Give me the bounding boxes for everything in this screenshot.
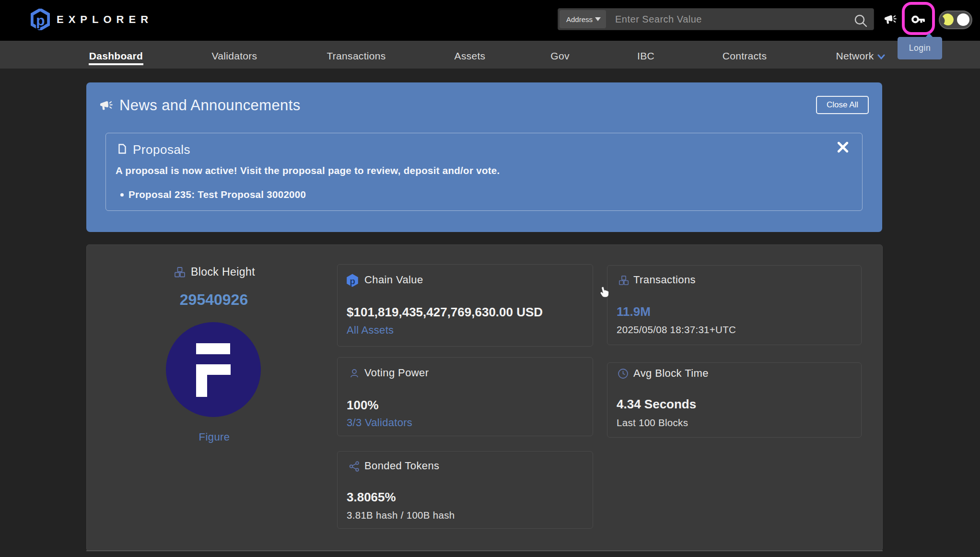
svg-text:p: p bbox=[350, 276, 355, 286]
svg-text:p: p bbox=[36, 12, 45, 28]
